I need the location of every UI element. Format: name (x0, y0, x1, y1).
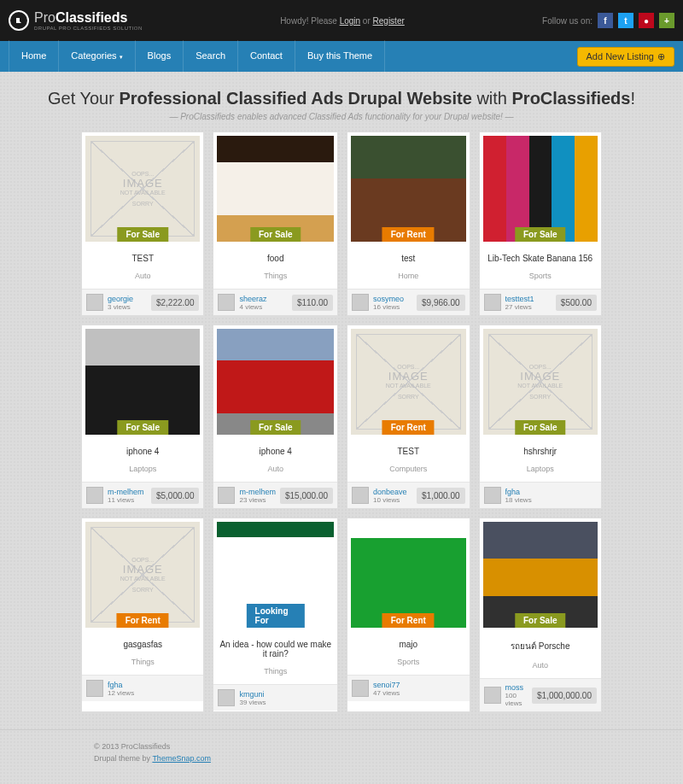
listing-card[interactable]: OOPS...IMAGENOT AVAILABLESORRYFor Sale h… (479, 325, 602, 509)
avatar (484, 294, 501, 311)
listing-user[interactable]: kmguni (239, 690, 333, 699)
nav-item-home[interactable]: Home (9, 40, 59, 73)
listing-card[interactable]: OOPS...IMAGENOT AVAILABLESORRYFor Sale T… (81, 132, 204, 316)
listing-badge: For Sale (515, 227, 565, 242)
listing-category: Home (351, 272, 465, 280)
listing-category: Laptops (483, 465, 598, 473)
greeting: Howdy! Please Login or Register (280, 16, 405, 26)
listing-user[interactable]: testtest1 (505, 295, 552, 303)
listing-user[interactable]: georgie (108, 295, 147, 303)
listing-views: 39 views (239, 699, 333, 706)
listing-price: $2,222.00 (151, 295, 200, 311)
listing-title: test (351, 254, 465, 263)
add-listing-button[interactable]: Add New Listing⊕ (577, 47, 675, 67)
listings-grid: OOPS...IMAGENOT AVAILABLESORRYFor Sale T… (0, 132, 683, 729)
listing-views: 12 views (108, 689, 199, 697)
hero-subtitle: — ProClassifieds enables advanced Classi… (0, 112, 683, 121)
listing-title: iphone 4 (217, 447, 334, 456)
listing-category: Computers (351, 465, 465, 473)
avatar (218, 487, 235, 504)
listing-badge: For Rent (382, 613, 435, 628)
listing-card[interactable]: For Sale Lib-Tech Skate Banana 156Sports… (479, 132, 602, 316)
nav-item-contact[interactable]: Contact (238, 40, 295, 73)
facebook-icon[interactable]: f (598, 13, 613, 28)
login-link[interactable]: Login (340, 16, 360, 26)
nav-item-search[interactable]: Search (184, 40, 238, 73)
listing-category: Auto (483, 661, 598, 670)
listing-user[interactable]: sheeraz (239, 295, 287, 303)
listing-category: Auto (85, 272, 200, 280)
avatar (218, 294, 235, 311)
listing-user[interactable]: donbeave (373, 488, 412, 496)
listing-user[interactable]: fgha (505, 488, 597, 496)
listing-user[interactable]: sosymeo (373, 295, 412, 303)
listing-card[interactable]: For Sale iphone 4Laptops m-melhem11 view… (81, 325, 204, 509)
twitter-icon[interactable]: t (618, 13, 633, 28)
listing-card[interactable]: For Rent testHome sosymeo16 views $9,966… (347, 132, 470, 316)
listing-user[interactable]: senoi77 (373, 681, 464, 689)
logo[interactable]: ProClassifieds DRUPAL PRO CLASSIFIEDS SO… (9, 10, 143, 31)
listing-card[interactable]: OOPS...IMAGENOT AVAILABLESORRYFor Rent T… (347, 325, 470, 509)
listing-badge: For Sale (118, 420, 168, 435)
listing-image (351, 522, 465, 628)
nav-item-blogs[interactable]: Blogs (136, 40, 184, 73)
listing-price: $110.00 (292, 295, 333, 311)
nav-item-categories[interactable]: Categories ▾ (59, 40, 135, 73)
listing-title: Lib-Tech Skate Banana 156 (483, 254, 598, 263)
avatar (86, 680, 103, 697)
listing-badge: Looking For (247, 604, 305, 628)
listing-image (483, 136, 598, 242)
listing-image (483, 522, 598, 628)
listing-badge: For Sale (515, 420, 565, 435)
listing-category: Things (217, 272, 334, 280)
listing-badge: For Rent (117, 613, 169, 628)
listing-category: Sports (483, 272, 598, 280)
follow-us: Follow us on: f t ● + (542, 13, 674, 28)
themesnap-link[interactable]: ThemeSnap.com (152, 754, 211, 763)
listing-views: 100 views (505, 692, 528, 707)
avatar (352, 294, 369, 311)
placeholder-image: OOPS...IMAGENOT AVAILABLESORRY (90, 527, 195, 623)
listing-price: $9,966.00 (417, 295, 465, 311)
listing-title: รถยนต์ Porsche (483, 640, 598, 652)
listing-badge: For Sale (250, 420, 301, 435)
logo-classifieds: Classifieds (55, 10, 127, 25)
listing-card[interactable]: Looking For An idea - how could we make … (213, 518, 338, 712)
listing-title: TEST (351, 447, 465, 456)
register-link[interactable]: Register (373, 16, 405, 26)
listing-card[interactable]: For Sale iphone 4Auto m-melhem23 views $… (213, 325, 338, 509)
logo-subtitle: DRUPAL PRO CLASSIFIEDS SOLUTION (34, 26, 143, 31)
listing-price: $1,000,000.00 (532, 687, 597, 704)
footer-copyright: © 2013 ProClassifieds (94, 742, 589, 751)
listing-user[interactable]: m-melhem (239, 488, 276, 496)
avatar (86, 294, 103, 311)
listing-views: 27 views (505, 303, 552, 311)
pinterest-icon[interactable]: ● (639, 13, 654, 28)
nav-item-buy-this-theme[interactable]: Buy this Theme (295, 40, 385, 73)
plus-circle-icon: ⊕ (657, 51, 665, 62)
listing-user[interactable]: fgha (108, 681, 199, 689)
avatar (352, 680, 369, 697)
listing-badge: For Sale (118, 227, 168, 242)
listing-title: gasgasfas (85, 640, 200, 649)
listing-price: $15,000.00 (280, 488, 333, 504)
listing-views: 4 views (239, 303, 287, 311)
listing-category: Laptops (85, 465, 200, 473)
listing-user[interactable]: m-melhem (108, 488, 147, 496)
placeholder-image: OOPS...IMAGENOT AVAILABLESORRY (488, 334, 593, 430)
avatar (352, 487, 369, 504)
listing-category: Things (85, 658, 200, 666)
listing-title: TEST (85, 254, 200, 263)
listing-image (351, 136, 465, 242)
logo-pro: Pro (34, 10, 55, 25)
listing-card[interactable]: For Sale foodThings sheeraz4 views $110.… (213, 132, 338, 316)
listing-image (217, 329, 334, 435)
addthis-icon[interactable]: + (659, 13, 674, 28)
listing-card[interactable]: For Rent majoSports senoi7747 views (347, 518, 470, 712)
listing-card[interactable]: For Sale รถยนต์ PorscheAuto moss100 view… (479, 518, 602, 712)
listing-card[interactable]: OOPS...IMAGENOT AVAILABLESORRYFor Rent g… (81, 518, 204, 712)
listing-user[interactable]: moss (505, 683, 528, 692)
listing-views: 47 views (373, 689, 464, 697)
avatar (484, 487, 501, 504)
listing-price: $500.00 (556, 295, 597, 311)
